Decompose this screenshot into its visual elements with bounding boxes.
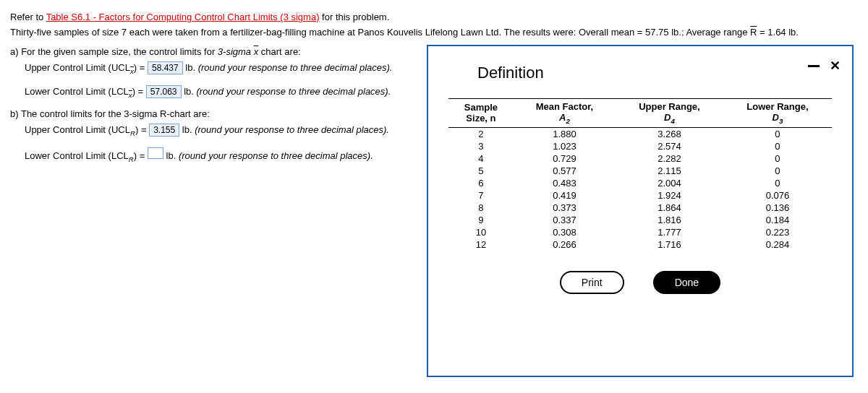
table-row: 80.3731.8640.136 [448,202,832,214]
r-sub: R [130,129,135,137]
table-row: 120.2661.7160.284 [448,238,832,251]
col-d3: Lower Range,D3 [723,99,832,128]
print-button[interactable]: Print [560,271,624,294]
table-row: 21.8803.2680 [448,127,832,140]
table-row: 31.0232.5740 [448,140,832,152]
done-button[interactable]: Done [653,271,720,294]
table-link[interactable]: Table S6.1 - Factors for Computing Contr… [46,12,320,22]
table-row: 50.5772.1150 [448,165,832,177]
table-row: 90.3371.8160.184 [448,214,832,226]
lcl-xbar-input[interactable]: 57.063 [146,85,182,98]
scenario-line: Thirty-five samples of size 7 each were … [10,27,858,38]
ucl-r-input[interactable]: 3.155 [149,124,179,137]
col-n: SampleSize, n [448,99,514,128]
table-row: 70.4191.9240.076 [448,189,832,202]
col-a2: Mean Factor,A2 [514,99,616,128]
table-row: 100.3081.7770.223 [448,226,832,238]
r-sub: R [129,155,134,163]
table-row: 60.4832.0040 [448,177,832,189]
minimize-icon[interactable] [808,65,820,67]
table-row: 40.7292.2820 [448,152,832,165]
col-d4: Upper Range,D4 [616,99,723,128]
factors-table: SampleSize, n Mean Factor,A2 Upper Range… [448,98,832,251]
definition-popup: ✕ Definition SampleSize, n Mean Factor,A… [427,45,854,377]
lcl-r-input[interactable] [148,147,163,159]
ucl-xbar-input[interactable]: 58.437 [148,61,183,74]
reference-line: Refer to Table S6.1 - Factors for Comput… [10,12,858,22]
popup-title: Definition [477,64,832,82]
close-icon[interactable]: ✕ [830,61,841,71]
